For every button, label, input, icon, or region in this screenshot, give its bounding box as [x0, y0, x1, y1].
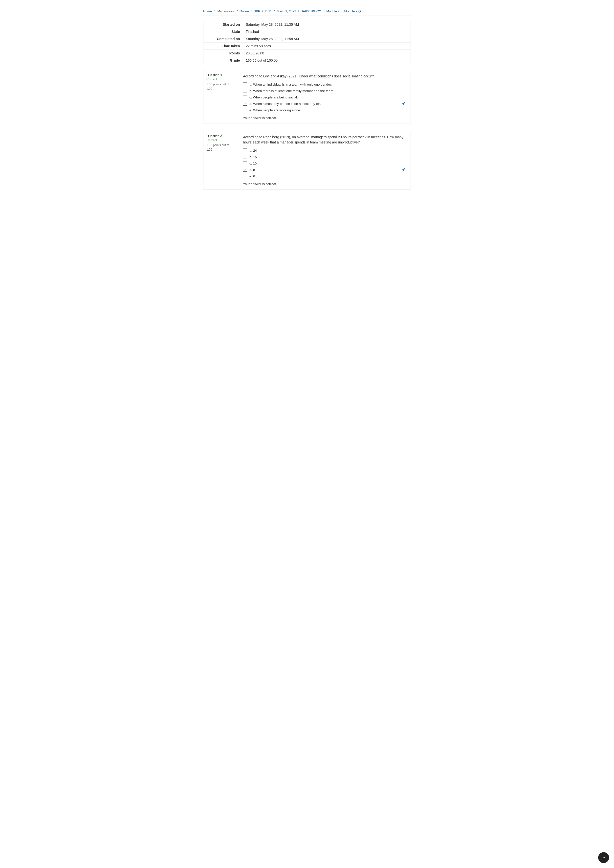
question-block-2: Question 2 Correct 1.00 points out of 1.…: [203, 131, 411, 190]
answer-option-2-a: a. 24: [243, 148, 406, 152]
question-main-1: According to Levi and Askay (2021), unde…: [238, 70, 411, 123]
option-text-1-d: d. When almost any person is on almost a…: [250, 102, 324, 106]
breadcrumb-module2[interactable]: Module 2: [326, 9, 340, 13]
checkbox-2-b: [243, 155, 247, 159]
top-bar: - Home / My courses / Online / GBP / 202…: [203, 5, 411, 16]
answer-option-1-a: a. When an individual is in a team with …: [243, 82, 406, 86]
completed-on-value: Saturday, May 28, 2022, 11:58 AM: [243, 35, 411, 42]
grade-value-bold: 100.00: [246, 58, 257, 62]
question-sidebar-1: Question 1 Correct 1.00 points out of 1.…: [203, 70, 238, 123]
correct-checkmark-1-d: ✔: [402, 101, 406, 106]
option-text-2-e: e. 6: [250, 174, 255, 178]
checkbox-2-c: [243, 161, 247, 165]
summary-row-points: Points 20.00/20.00: [203, 50, 411, 57]
breadcrumb-mycourses: My courses: [217, 9, 234, 13]
question-text-1: According to Levi and Askay (2021), unde…: [243, 74, 406, 79]
summary-table: Started on Saturday, May 28, 2022, 11:35…: [203, 21, 411, 64]
checkbox-1-b: [243, 89, 247, 93]
question-main-2: According to Rogelberg (2019), on averag…: [238, 131, 411, 189]
summary-row-grade: Grade 100.00 out of 100.00: [203, 57, 411, 64]
option-text-2-c: c. 10: [250, 162, 257, 165]
breadcrumb: Home / My courses / Online / GBP / 2021 …: [203, 9, 411, 13]
grade-value-rest: out of 100.00: [256, 58, 278, 62]
checkbox-2-d: [243, 168, 247, 172]
started-on-label: Started on: [203, 21, 243, 28]
question-text-2: According to Rogelberg (2019), on averag…: [243, 135, 406, 145]
question-points-2: 1.00 points out of 1.00: [206, 143, 235, 152]
completed-on-label: Completed on: [203, 35, 243, 42]
time-taken-value: 22 mins 58 secs: [243, 42, 411, 50]
points-label: Points: [203, 50, 243, 57]
option-text-1-a: a. When an individual is in a team with …: [250, 82, 332, 86]
question-block-1: Question 1 Correct 1.00 points out of 1.…: [203, 70, 411, 123]
answer-option-2-e: e. 6: [243, 174, 406, 178]
summary-row-time: Time taken 22 mins 58 secs: [203, 42, 411, 50]
answer-feedback-2: Your answer is correct.: [243, 182, 406, 186]
answer-option-2-d: d. 8✔: [243, 168, 406, 172]
breadcrumb-course-code[interactable]: BA60670H621: [301, 9, 322, 13]
checkbox-1-c: [243, 95, 247, 99]
question-label-2: Question 2: [206, 134, 235, 138]
question-sidebar-2: Question 2 Correct 1.00 points out of 1.…: [203, 131, 238, 189]
checkbox-2-a: [243, 148, 247, 152]
checkbox-1-d: [243, 102, 247, 106]
points-value: 20.00/20.00: [243, 50, 411, 57]
started-on-value: Saturday, May 28, 2022, 11:35 AM: [243, 21, 411, 28]
summary-row-started: Started on Saturday, May 28, 2022, 11:35…: [203, 21, 411, 28]
questions-container: Question 1 Correct 1.00 points out of 1.…: [203, 70, 411, 190]
breadcrumb-2021[interactable]: 2021: [265, 9, 272, 13]
breadcrumb-gbp[interactable]: GBP: [253, 9, 260, 13]
top-dash: -: [203, 5, 411, 8]
summary-row-state: State Finished: [203, 28, 411, 35]
checkbox-2-e: [243, 174, 247, 178]
breadcrumb-date[interactable]: May 09, 2022: [277, 9, 296, 13]
answer-option-2-c: c. 10: [243, 161, 406, 165]
option-text-2-d: d. 8: [250, 168, 255, 172]
checkbox-1-e: [243, 108, 247, 112]
state-value: Finished: [243, 28, 411, 35]
option-text-1-c: c. When people are being social.: [250, 95, 298, 99]
summary-row-completed: Completed on Saturday, May 28, 2022, 11:…: [203, 35, 411, 42]
option-text-2-b: b. 15: [250, 155, 257, 159]
state-label: State: [203, 28, 243, 35]
answer-option-2-b: b. 15: [243, 155, 406, 159]
question-label-1: Question 1: [206, 73, 235, 77]
answer-option-1-e: e. When people are working alone.: [243, 108, 406, 112]
answer-feedback-1: Your answer is correct.: [243, 116, 406, 120]
checkbox-1-a: [243, 82, 247, 86]
time-taken-label: Time taken: [203, 42, 243, 50]
grade-label: Grade: [203, 57, 243, 64]
option-text-1-e: e. When people are working alone.: [250, 108, 301, 112]
correct-checkmark-2-d: ✔: [402, 167, 406, 173]
answer-option-1-d: d. When almost any person is on almost a…: [243, 102, 406, 106]
breadcrumb-online[interactable]: Online: [240, 9, 249, 13]
answer-option-1-c: c. When people are being social.: [243, 95, 406, 99]
option-text-1-b: b. When there is at least one family mem…: [250, 89, 334, 93]
question-status-2: Correct: [206, 138, 235, 142]
grade-value: 100.00 out of 100.00: [243, 57, 411, 64]
question-points-1: 1.00 points out of 1.00: [206, 82, 235, 91]
breadcrumb-module2quiz[interactable]: Module 2 Quiz: [344, 9, 365, 13]
question-status-1: Correct: [206, 78, 235, 81]
option-text-2-a: a. 24: [250, 149, 257, 152]
answer-option-1-b: b. When there is at least one family mem…: [243, 89, 406, 93]
breadcrumb-home[interactable]: Home: [203, 9, 212, 13]
